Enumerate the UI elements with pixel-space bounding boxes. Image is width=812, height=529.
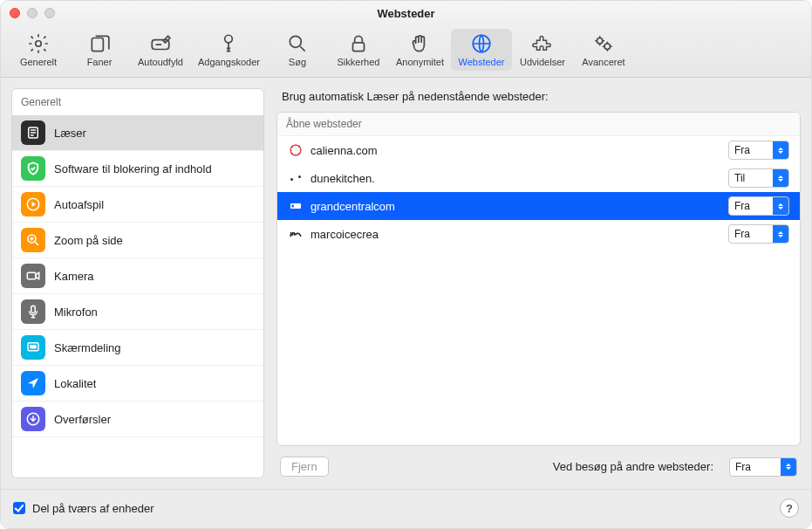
tabs-icon [88, 32, 111, 55]
svg-rect-1 [92, 38, 103, 52]
sidebar-item-downloads[interactable]: Overførsler [12, 402, 263, 437]
toolbar-websites[interactable]: Websteder [451, 29, 512, 71]
svg-rect-13 [31, 306, 36, 313]
lock-icon [347, 32, 370, 55]
svg-rect-5 [352, 43, 364, 52]
sidebar-section-header: Generelt [12, 89, 263, 115]
reader-mode-select[interactable]: Fra [728, 224, 789, 244]
sidebar-item-page-zoom[interactable]: Zoom på side [12, 223, 263, 258]
select-value: Fra [730, 461, 781, 473]
sidebar-item-label: Software til blokering af indhold [54, 162, 212, 175]
svg-text:m: m [290, 230, 296, 237]
toolbar-label: Autoudfyld [138, 57, 183, 67]
download-icon [21, 407, 45, 431]
panel-heading: Brug automatisk Læser på nedenstående we… [282, 90, 799, 103]
website-row[interactable]: grandcentralcom Fra [277, 192, 800, 220]
window-footer: Del på tværs af enheder ? [1, 489, 811, 528]
screen-share-icon [21, 335, 45, 360]
category-sidebar: Generelt Læser Software til blokering af… [11, 88, 264, 478]
sidebar-item-label: Læser [54, 127, 86, 140]
toolbar-extensions[interactable]: Udvidelser [512, 29, 573, 71]
select-value: Til [729, 172, 773, 184]
sidebar-item-microphone[interactable]: Mikrofon [12, 294, 263, 330]
sidebar-item-label: Zoom på side [54, 234, 123, 247]
list-rows: calienna.com Fra dunekitchen. Til [277, 136, 800, 445]
preferences-toolbar: Generelt Faner Autoudfyld Adgangskoder S… [1, 25, 811, 78]
toolbar-label: Adgangskoder [198, 57, 260, 67]
toolbar-label: Generelt [20, 57, 57, 67]
content-area: Generelt Læser Software til blokering af… [1, 78, 811, 489]
website-domain: grandcentralcom [310, 200, 721, 213]
gear-icon [27, 32, 50, 55]
search-icon [286, 32, 309, 55]
website-domain: marcoicecrea [310, 228, 721, 241]
svg-point-8 [604, 44, 611, 50]
toolbar-passwords[interactable]: Adgangskoder [191, 29, 267, 71]
website-domain: dunekitchen. [310, 172, 721, 185]
toolbar-general[interactable]: Generelt [8, 29, 69, 71]
website-row[interactable]: m marcoicecrea Fra [277, 220, 800, 248]
reader-mode-select[interactable]: Fra [728, 196, 789, 216]
svg-point-7 [597, 38, 603, 45]
sidebar-item-label: Skærmdeling [54, 341, 121, 354]
stepper-icon [773, 197, 788, 215]
main-panel: Brug automatisk Læser på nedenstående we… [276, 88, 801, 478]
checkbox-checked-icon [13, 502, 25, 514]
toolbar-label: Søg [289, 57, 306, 67]
favicon-icon [288, 142, 304, 158]
favicon-icon [288, 198, 304, 214]
svg-point-18 [290, 178, 293, 181]
sidebar-item-autoplay[interactable]: Autoafspil [12, 187, 263, 223]
toolbar-autofill[interactable]: Autoudfyld [130, 29, 191, 71]
toolbar-search[interactable]: Søg [267, 29, 328, 71]
website-row[interactable]: dunekitchen. Til [277, 164, 800, 192]
stepper-icon [781, 458, 796, 476]
website-row[interactable]: calienna.com Fra [277, 136, 800, 164]
zoom-icon [21, 228, 45, 252]
favicon-icon: m [288, 226, 304, 242]
svg-point-19 [298, 175, 301, 178]
help-button[interactable]: ? [780, 498, 799, 518]
key-icon [217, 32, 240, 55]
remove-button[interactable]: Fjern [280, 457, 329, 477]
sidebar-item-label: Overførsler [54, 413, 111, 426]
titlebar: Websteder [1, 1, 811, 25]
microphone-icon [21, 299, 45, 324]
location-icon [21, 371, 45, 395]
select-value: Fra [729, 228, 773, 240]
puzzle-icon [531, 32, 554, 55]
reader-mode-select[interactable]: Fra [728, 141, 789, 160]
select-value: Fra [729, 200, 773, 212]
other-sites-label: Ved besøg på andre websteder: [553, 460, 713, 473]
share-across-devices-checkbox[interactable]: Del på tværs af enheder [13, 502, 154, 515]
svg-rect-15 [30, 345, 37, 349]
favicon-icon [288, 170, 304, 186]
sidebar-item-location[interactable]: Lokalitet [12, 366, 263, 402]
svg-point-3 [225, 35, 233, 43]
list-column-header: Åbne websteder [277, 113, 800, 136]
toolbar-security[interactable]: Sikkerhed [328, 29, 389, 71]
toolbar-label: Anonymitet [396, 57, 444, 67]
sidebar-item-label: Kamera [54, 270, 94, 283]
shield-check-icon [21, 156, 45, 181]
globe-icon [470, 32, 493, 55]
sidebar-item-screen-sharing[interactable]: Skærmdeling [12, 330, 263, 366]
sidebar-item-label: Autoafspil [54, 198, 104, 211]
sidebar-item-label: Lokalitet [54, 377, 96, 390]
toolbar-tabs[interactable]: Faner [69, 29, 130, 71]
other-sites-select[interactable]: Fra [729, 457, 797, 477]
sidebar-item-content-blockers[interactable]: Software til blokering af indhold [12, 151, 263, 187]
reader-mode-select[interactable]: Til [728, 168, 789, 188]
stepper-icon [773, 141, 788, 159]
sidebar-item-label: Mikrofon [54, 306, 98, 319]
sidebar-item-reader[interactable]: Læser [12, 115, 263, 151]
toolbar-advanced[interactable]: Avanceret [573, 29, 634, 71]
toolbar-privacy[interactable]: Anonymitet [389, 29, 451, 71]
toolbar-label: Websteder [458, 57, 504, 67]
svg-rect-12 [27, 272, 36, 279]
toolbar-label: Avanceret [582, 57, 624, 67]
sidebar-item-camera[interactable]: Kamera [12, 258, 263, 294]
sidebar-list: Læser Software til blokering af indhold … [12, 115, 263, 477]
toolbar-label: Faner [87, 57, 113, 67]
list-footer: Fjern Ved besøg på andre websteder: Fra [276, 446, 801, 478]
